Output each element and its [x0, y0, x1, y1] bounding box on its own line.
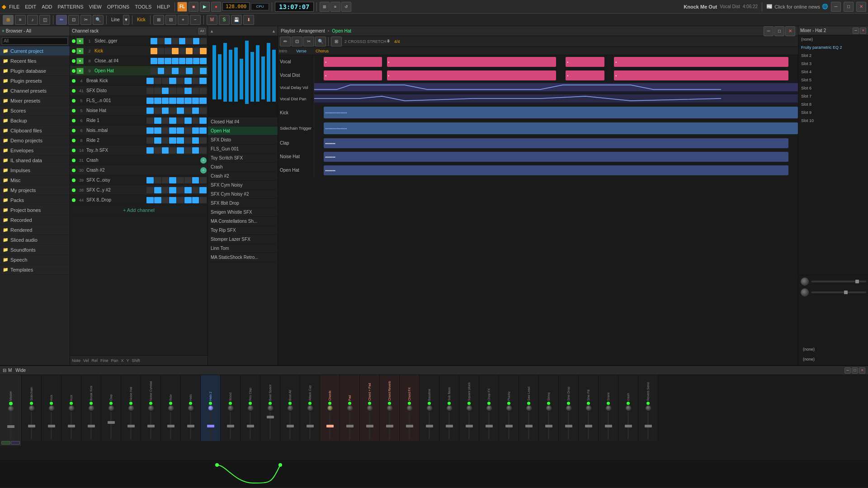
step[interactable] — [200, 38, 207, 44]
step[interactable] — [169, 78, 176, 84]
step[interactable] — [186, 48, 193, 54]
pl-draw-btn[interactable]: ✏ — [280, 37, 291, 47]
step[interactable] — [179, 48, 186, 54]
clip[interactable]: ▪▪▪▪▪▪▪▪ — [324, 138, 788, 148]
step[interactable] — [192, 177, 199, 183]
sidebar-item-speech[interactable]: 📁 Speech — [0, 255, 70, 265]
step[interactable] — [184, 137, 192, 144]
ha2-knob[interactable] — [208, 405, 213, 411]
sidebar-item-channel-presets[interactable]: 📁 Channel presets — [0, 86, 70, 96]
step[interactable] — [184, 108, 192, 114]
step[interactable] — [186, 58, 193, 64]
st-fader-h[interactable] — [545, 425, 552, 427]
send-fader-handle-2[interactable] — [844, 291, 848, 294]
inst-item-12[interactable]: Toy Rip SFX — [208, 226, 278, 235]
sidebar-item-recent-files[interactable]: 📁 Recent files — [0, 56, 70, 66]
sp-knob[interactable] — [467, 405, 472, 411]
step[interactable] — [154, 127, 161, 134]
inst-item-4[interactable]: Toy Scritch SFX — [208, 154, 278, 163]
automation-clip-2[interactable] — [314, 94, 798, 103]
step[interactable] — [193, 48, 200, 54]
step[interactable] — [184, 78, 192, 84]
nc-fader-h[interactable] — [147, 425, 155, 427]
menu-tools[interactable]: TOOLS — [132, 3, 154, 10]
sidebar-item-mixer-presets[interactable]: 📁 Mixer presets — [0, 96, 70, 106]
step[interactable] — [199, 78, 207, 84]
pl-knob[interactable] — [506, 405, 512, 411]
toolbar-zoom-btn[interactable]: 🔍 — [93, 15, 104, 25]
mode-selector[interactable]: ▼ — [123, 15, 129, 25]
step[interactable] — [169, 187, 176, 193]
ac-fader-h[interactable] — [307, 425, 314, 427]
step[interactable] — [186, 38, 193, 44]
fx-item-slot10[interactable]: Slot 10 — [798, 117, 868, 125]
close-btn[interactable]: ✕ — [856, 2, 866, 12]
ch-mute-kick[interactable]: ● — [76, 48, 84, 54]
clip[interactable]: ▪▪▪▪▪▪▪▪▪▪▪▪▪▪▪▪▪ — [324, 122, 798, 134]
step[interactable] — [154, 187, 161, 193]
sidebar-item-my-projects[interactable]: 📁 My projects — [0, 185, 70, 195]
send-knob-2[interactable] — [801, 288, 809, 296]
send-knob-1[interactable] — [801, 277, 809, 286]
menu-help[interactable]: HELP — [155, 3, 172, 10]
clip[interactable]: ▪ — [387, 70, 557, 80]
step[interactable] — [179, 68, 186, 74]
nc-knob[interactable] — [148, 405, 154, 411]
step[interactable] — [172, 58, 179, 64]
menu-patterns[interactable]: PATTERNS — [56, 3, 86, 10]
step[interactable] — [199, 147, 207, 154]
mixer-panel-minimize[interactable]: ─ — [844, 367, 851, 374]
inst-item-3[interactable]: FLS_Gun 001 — [208, 145, 278, 154]
step[interactable] — [169, 137, 176, 144]
step[interactable] — [146, 88, 154, 94]
step[interactable] — [169, 147, 176, 154]
step[interactable] — [162, 78, 169, 84]
rc-fader-h[interactable] — [247, 425, 254, 427]
clip[interactable]: ▪ — [566, 57, 604, 67]
toolbar-snap-btn[interactable]: ⊞ — [153, 15, 164, 25]
master-mute[interactable] — [1, 441, 10, 445]
sl-knob[interactable] — [526, 405, 532, 411]
clip[interactable]: ▪ — [614, 57, 788, 67]
step[interactable] — [146, 108, 154, 114]
step[interactable] — [162, 98, 169, 104]
cfx2-knob[interactable] — [486, 405, 492, 411]
cfx-fader-h[interactable] — [406, 425, 413, 427]
toolbar-channel-rack-btn[interactable]: ⊞ — [3, 15, 14, 25]
pad-knob[interactable] — [347, 405, 353, 411]
step[interactable] — [165, 48, 171, 54]
menu-options[interactable]: OPTIONS — [105, 3, 132, 10]
step[interactable] — [151, 68, 157, 74]
mixer-close[interactable]: ✕ — [860, 28, 866, 34]
inst-item-13[interactable]: Stomper Lazer SFX — [208, 235, 278, 244]
clip[interactable]: ▪▪▪▪▪▪▪▪ — [324, 152, 788, 162]
step[interactable] — [192, 88, 199, 94]
play-btn[interactable]: ▶ — [200, 2, 210, 12]
ha-fader-h[interactable] — [187, 425, 194, 427]
step[interactable] — [192, 187, 199, 193]
step[interactable] — [154, 147, 161, 154]
step[interactable] — [192, 147, 199, 154]
bs-fader-h[interactable] — [267, 416, 274, 418]
cr2-fader-h[interactable] — [625, 425, 632, 427]
step[interactable] — [199, 187, 207, 193]
channel-rack-all-btn[interactable]: All — [198, 28, 206, 34]
toolbar-zoom-in-btn[interactable]: + — [178, 15, 189, 25]
k1-fader-h[interactable] — [48, 425, 55, 427]
step[interactable] — [200, 58, 207, 64]
fx-item-slot3[interactable]: Slot 3 — [798, 60, 868, 68]
fx-item-slot6[interactable]: Slot 6 — [798, 84, 868, 92]
step[interactable] — [151, 38, 157, 44]
step[interactable] — [184, 177, 192, 183]
pl-cut-btn[interactable]: ✂ — [303, 37, 314, 47]
ch-mute-oh[interactable]: ● — [76, 68, 84, 74]
toolbar-grid-btn[interactable]: ⊟ — [165, 15, 176, 25]
fx-item-eq2[interactable]: Fruity parametric EQ 2 — [798, 43, 868, 52]
sidebar-item-recorded[interactable]: 📁 Recorded — [0, 215, 70, 225]
sidebar-item-current-project[interactable]: 📁 Current project — [0, 46, 70, 56]
step[interactable] — [199, 88, 207, 94]
step[interactable] — [177, 137, 184, 144]
step[interactable] — [154, 78, 161, 84]
step[interactable] — [154, 108, 161, 114]
ha-knob[interactable] — [188, 405, 193, 411]
